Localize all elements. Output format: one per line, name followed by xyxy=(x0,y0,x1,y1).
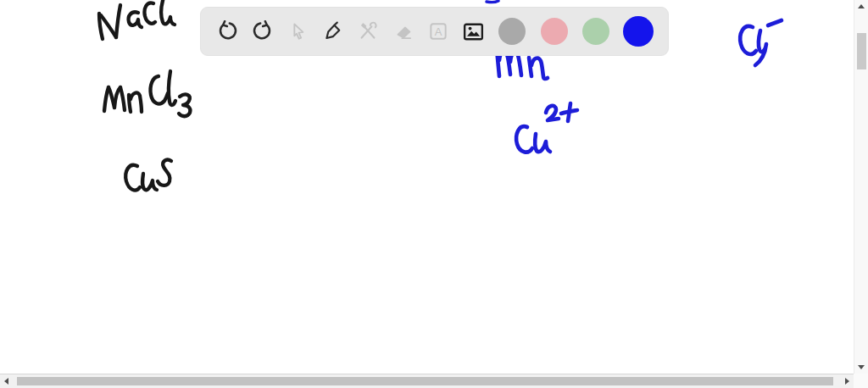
text-tool-button[interactable]: A xyxy=(426,19,451,44)
blue-color-circle xyxy=(623,16,654,47)
handwriting-mncl3: MnCl3 xyxy=(104,71,190,116)
scrollbar-corner xyxy=(854,374,868,388)
drawing-canvas[interactable]: NaCl MnCl3 CuS xyxy=(0,0,868,388)
gray-color-circle xyxy=(498,18,526,45)
color-swatch-gray[interactable] xyxy=(496,15,528,47)
color-swatch-pink[interactable] xyxy=(538,15,570,47)
toolbar: A xyxy=(200,7,669,56)
text-tool-glyph: A xyxy=(435,25,442,38)
cursor-tool-button[interactable] xyxy=(285,19,310,44)
eraser-tool-button[interactable] xyxy=(391,19,416,44)
image-tool-button[interactable] xyxy=(461,19,487,44)
handwriting-nacl: NaCl xyxy=(99,0,175,39)
vertical-scroll-thumb[interactable] xyxy=(857,33,866,69)
image-icon xyxy=(462,20,485,43)
scroll-left-arrow-icon[interactable] xyxy=(4,378,8,385)
vertical-scrollbar[interactable] xyxy=(854,0,868,374)
green-color-circle xyxy=(582,18,609,45)
undo-button[interactable] xyxy=(214,19,240,44)
horizontal-scroll-thumb[interactable] xyxy=(17,377,833,385)
shape-tools-button[interactable] xyxy=(355,19,381,44)
color-swatch-blue-selected[interactable] xyxy=(622,15,654,47)
redo-button[interactable] xyxy=(250,19,275,44)
undo-icon xyxy=(216,20,238,42)
color-swatch-green[interactable] xyxy=(580,15,612,47)
text-box-icon: A xyxy=(427,20,449,42)
handwriting-cl-minus: Cl- xyxy=(740,20,782,65)
handwriting-cus: CuS xyxy=(125,160,171,191)
whiteboard-app: NaCl MnCl3 CuS xyxy=(0,0,868,388)
scroll-down-arrow-icon[interactable] xyxy=(858,365,865,369)
horizontal-scrollbar[interactable] xyxy=(0,374,854,388)
hammer-wrench-icon xyxy=(357,20,379,42)
pink-color-circle xyxy=(541,18,568,45)
scroll-right-arrow-icon[interactable] xyxy=(845,378,849,385)
handwriting-cu2plus: Cu2+ xyxy=(516,103,577,152)
eraser-icon xyxy=(392,20,415,42)
redo-icon xyxy=(252,20,274,42)
handwriting-stray-mark xyxy=(487,1,498,3)
pen-tool-button[interactable] xyxy=(320,19,346,44)
pen-icon xyxy=(322,20,344,42)
cursor-icon xyxy=(287,21,309,42)
scroll-up-arrow-icon[interactable] xyxy=(858,4,865,8)
